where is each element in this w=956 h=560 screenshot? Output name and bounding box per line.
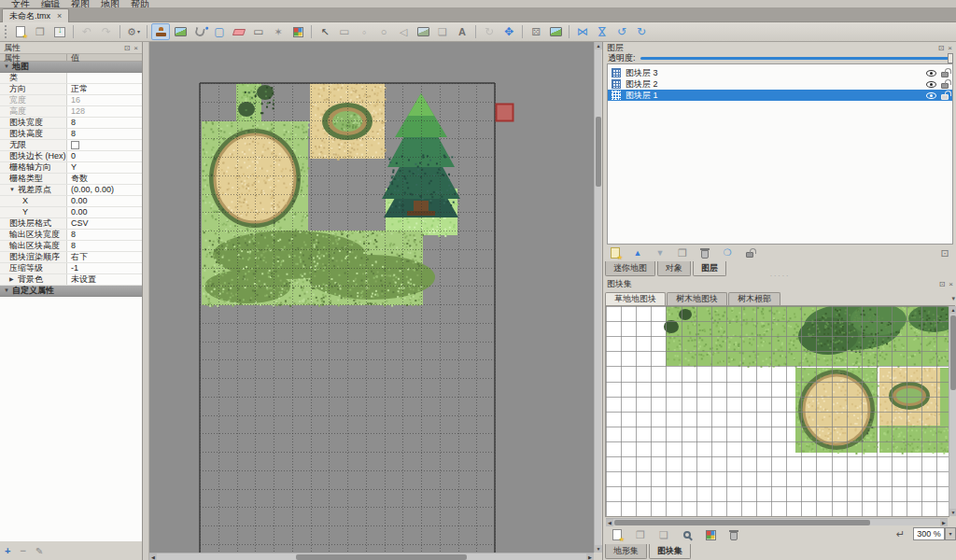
stamp-brush-button[interactable] [151, 23, 170, 40]
bucket-fill-button[interactable] [190, 23, 209, 40]
property-value[interactable] [67, 140, 142, 150]
undo-button[interactable]: ↶ [77, 23, 96, 40]
scroll-right-icon[interactable]: ▶ [586, 553, 594, 560]
property-row[interactable]: ▼视差原点(0.00, 0.00) [0, 185, 142, 196]
property-row[interactable]: Y0.00 [0, 207, 142, 218]
save-file-button[interactable] [50, 23, 69, 40]
property-value[interactable]: 0.00 [67, 207, 142, 217]
insert-tile-button[interactable] [414, 23, 432, 40]
property-row[interactable]: 图块层格式CSV [0, 218, 142, 230]
unlock-icon[interactable] [941, 83, 949, 89]
property-value[interactable]: CSV [67, 218, 142, 229]
property-value[interactable]: -1 [67, 263, 142, 273]
property-value[interactable]: 0.00 [67, 196, 142, 206]
property-group-row[interactable]: ▼地图 [0, 62, 142, 73]
visibility-eye-icon[interactable] [926, 70, 936, 77]
rotate-left-button[interactable]: ↺ [612, 23, 631, 40]
scroll-left-icon[interactable]: ◀ [149, 553, 157, 560]
scroll-left-icon[interactable]: ◀ [606, 519, 613, 526]
random-mode-button[interactable]: ⚄ [527, 23, 545, 40]
tileset-vertical-scrollbar[interactable]: ▲ ▼ [949, 306, 956, 516]
menu-item[interactable]: 帮助 [131, 0, 149, 7]
property-row[interactable]: 方向正常 [0, 84, 142, 95]
flip-vertical-button[interactable]: ⋈ [593, 23, 612, 40]
unlock-icon[interactable] [941, 72, 949, 77]
open-file-button[interactable]: ❐ [31, 23, 49, 40]
scroll-down-icon[interactable]: ▼ [949, 509, 956, 516]
remove-tileset-button[interactable] [724, 526, 743, 543]
property-value[interactable] [67, 73, 142, 83]
expand-arrow-icon[interactable]: ▼ [4, 62, 10, 72]
tileset-list-dropdown-icon[interactable]: ▾ [951, 295, 955, 302]
scroll-right-icon[interactable]: ▶ [940, 519, 948, 526]
property-row[interactable]: 栅格类型奇数 [0, 174, 142, 185]
map-vertical-scrollbar[interactable]: ▲ ▼ [594, 42, 601, 553]
property-row[interactable]: 输出区块高度8 [0, 241, 142, 252]
tileset-horizontal-scrollbar[interactable]: ◀ ▶ [606, 518, 948, 525]
menu-item[interactable]: 视图 [71, 0, 90, 7]
terrain-fill-mode-button[interactable] [546, 23, 565, 40]
unlock-icon[interactable] [941, 94, 949, 100]
eraser-button[interactable] [230, 23, 248, 40]
rectangular-select-button[interactable]: ▭ [249, 23, 268, 40]
property-row[interactable]: 图块宽度8 [0, 118, 142, 129]
opacity-slider[interactable] [640, 57, 952, 60]
float-panel-icon[interactable]: ⊡ [124, 44, 131, 52]
remove-layer-button[interactable] [696, 245, 714, 261]
float-panel-icon[interactable]: ⊡ [939, 280, 946, 288]
menu-item[interactable]: 编辑 [41, 0, 60, 7]
property-row[interactable]: 输出区块宽度8 [0, 230, 142, 241]
property-value[interactable]: 8 [67, 241, 142, 251]
visibility-eye-icon[interactable] [926, 92, 936, 99]
property-row[interactable]: 无限 [0, 140, 142, 151]
embed-tileset-button[interactable]: ❐ [631, 526, 650, 543]
close-panel-icon[interactable]: × [134, 44, 138, 52]
property-row[interactable]: 高度128 [0, 106, 142, 118]
property-row[interactable]: 类 [0, 73, 142, 84]
scroll-down-icon[interactable]: ▼ [595, 545, 602, 553]
property-value[interactable]: 奇数 [67, 174, 142, 184]
property-row[interactable]: 宽度16 [0, 95, 142, 106]
select-objects-button[interactable]: ↖ [316, 23, 334, 40]
layer-row-selected[interactable]: 图块层 1 [608, 90, 952, 101]
expand-arrow-icon[interactable]: ▶ [9, 274, 16, 285]
tileset-properties-button[interactable] [678, 526, 696, 543]
property-value[interactable]: 未设置 [67, 274, 142, 285]
opacity-slider-handle[interactable] [948, 53, 953, 63]
raise-layer-button[interactable]: ▲ [628, 245, 647, 261]
scrollbar-thumb[interactable] [596, 117, 601, 187]
edit-tileset-button[interactable] [701, 526, 720, 543]
property-row[interactable]: 图块渲染顺序右下 [0, 252, 142, 263]
property-row[interactable]: 图块高度8 [0, 129, 142, 140]
scrollbar-thumb[interactable] [296, 554, 467, 560]
checkbox[interactable] [71, 141, 79, 149]
close-panel-icon[interactable]: × [949, 280, 953, 288]
insert-polygon-button[interactable]: ◁ [394, 23, 413, 40]
bottom-tab-2[interactable]: 图块集 [649, 544, 691, 559]
new-tileset-button[interactable] [608, 526, 626, 543]
bottom-tab-1[interactable]: 地形集 [605, 544, 647, 559]
map-horizontal-scrollbar[interactable]: ◀ ▶ [149, 553, 594, 560]
scroll-up-icon[interactable]: ▲ [595, 42, 602, 49]
commands-button[interactable]: ⚙▾ [124, 23, 143, 40]
shape-fill-button[interactable]: ▢ [210, 23, 229, 40]
insert-template-button[interactable]: ❏ [433, 23, 452, 40]
property-row[interactable]: 图块边长 (Hex)0 [0, 151, 142, 162]
property-value[interactable]: 8 [67, 230, 142, 240]
layer-row[interactable]: 图块层 3 [608, 67, 952, 78]
zoom-dropdown-icon[interactable]: ▾ [945, 527, 956, 540]
add-property-button[interactable]: + [5, 545, 10, 556]
close-tab-icon[interactable]: × [57, 11, 62, 21]
float-panel-icon[interactable]: ⊡ [938, 44, 945, 52]
duplicate-layer-button[interactable]: ❐ [673, 245, 692, 261]
remove-property-button[interactable]: − [20, 545, 25, 556]
expand-arrow-icon[interactable]: ▼ [9, 185, 16, 195]
highlight-current-layer-button[interactable]: ❍ [718, 245, 737, 261]
map-canvas[interactable] [149, 42, 594, 553]
panel-splitter[interactable] [143, 42, 149, 560]
property-row[interactable]: ▶背景色未设置 [0, 274, 142, 286]
property-value[interactable]: 右下 [67, 252, 142, 262]
redo-button[interactable]: ↷ [97, 23, 116, 40]
terrain-brush-button[interactable] [171, 23, 190, 40]
property-value[interactable]: 16 [67, 95, 142, 105]
